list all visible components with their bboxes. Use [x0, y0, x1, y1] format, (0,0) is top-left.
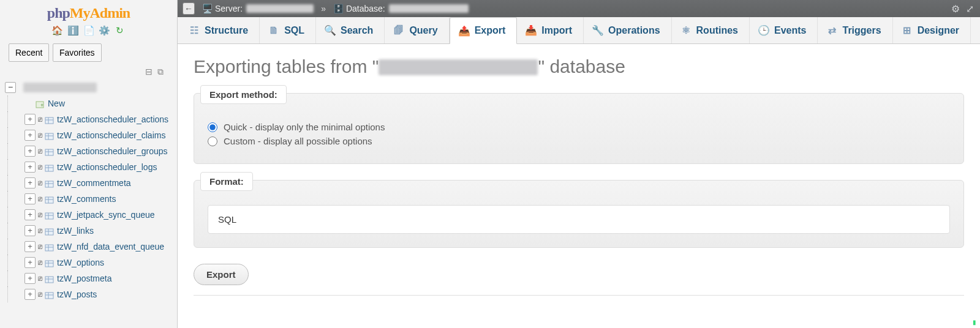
expand-icon[interactable]: + — [24, 241, 36, 252]
svg-text:+: + — [40, 102, 43, 108]
table-struct-icon[interactable]: ⎚ — [38, 111, 42, 127]
table-struct-icon[interactable]: ⎚ — [38, 239, 42, 255]
home-icon[interactable]: 🏠 — [51, 25, 62, 36]
export-method-quick-label[interactable]: Quick - display only the minimal options — [224, 122, 385, 132]
tree-table-row[interactable]: + ⎚ tzW_actionscheduler_actions — [18, 111, 177, 127]
tree-table-row[interactable]: + ⎚ tzW_links — [18, 223, 177, 239]
table-struct-icon[interactable]: ⎚ — [38, 127, 42, 143]
table-struct-icon[interactable]: ⎚ — [38, 286, 42, 302]
back-button[interactable]: ← — [183, 2, 195, 15]
tree-table-row[interactable]: + ⎚ tzW_options — [18, 255, 177, 270]
format-select[interactable]: SQL — [208, 205, 950, 234]
tree-table-row[interactable]: + ⎚ tzW_commentmeta — [18, 175, 177, 191]
recent-tab[interactable]: Recent — [9, 43, 49, 62]
phpmyadmin-logo[interactable]: phpMyAdmin — [0, 0, 177, 23]
tree-table-label: tzW_links — [57, 223, 94, 239]
gear-icon[interactable]: ⚙ — [951, 3, 960, 15]
svg-rect-30 — [45, 261, 53, 267]
tree-new[interactable]: + New — [18, 95, 177, 111]
expand-icon[interactable]: + — [24, 130, 36, 141]
svg-rect-18 — [45, 197, 53, 203]
table-struct-icon[interactable]: ⎚ — [38, 143, 42, 159]
table-struct-icon[interactable]: ⎚ — [38, 191, 42, 207]
expand-icon[interactable]: + — [24, 273, 36, 284]
divider — [194, 295, 964, 296]
tree-table-label: tzW_commentmeta — [57, 175, 131, 191]
tree-table-row[interactable]: + ⎚ tzW_postmeta — [18, 270, 177, 286]
link-icon[interactable]: ⧉ — [157, 67, 164, 76]
export-button[interactable]: Export — [194, 264, 249, 285]
tree-table-label: tzW_comments — [57, 191, 116, 207]
tab-routines-label: Routines — [696, 25, 738, 36]
tab-routines[interactable]: ⚛ Routines — [672, 17, 750, 43]
tree-table-row[interactable]: + ⎚ tzW_actionscheduler_logs — [18, 159, 177, 175]
expand-icon[interactable]: + — [24, 193, 36, 204]
tree-table-row[interactable]: + ⎚ tzW_jetpack_sync_queue — [18, 207, 177, 223]
tab-query[interactable]: 🗐 Query — [385, 17, 449, 43]
tab-designer[interactable]: ⊞ Designer — [893, 17, 971, 43]
sql-icon: 🗎 — [268, 25, 279, 36]
table-struct-icon[interactable]: ⎚ — [38, 175, 42, 191]
tree-db-root[interactable]: − — [0, 80, 177, 95]
tab-sql[interactable]: 🗎 SQL — [260, 17, 316, 43]
tab-events-label: Events — [774, 25, 806, 36]
tab-import[interactable]: 📥 Import — [517, 17, 584, 43]
tab-search-label: Search — [341, 25, 373, 36]
expand-icon[interactable]: + — [24, 289, 36, 300]
export-method-quick-radio[interactable] — [208, 122, 217, 132]
main: ← 🖥️ Server: » 🗄️ Database: ⚙ ⤢ ☷ Struct… — [178, 0, 980, 328]
sidebar-quick-icons: 🏠 ℹ️ 📄 ⚙️ ↻ — [0, 23, 177, 41]
export-method-fieldset: Export method: Quick - display only the … — [194, 93, 964, 164]
table-icon — [45, 178, 55, 188]
table-struct-icon[interactable]: ⎚ — [38, 270, 42, 286]
tree-table-row[interactable]: + ⎚ tzW_actionscheduler_groups — [18, 143, 177, 159]
export-method-custom-radio[interactable] — [208, 136, 217, 146]
expand-icon[interactable]: + — [24, 225, 36, 236]
tab-triggers[interactable]: ⇄ Triggers — [818, 17, 892, 43]
expand-icon[interactable]: + — [24, 257, 36, 268]
favorites-tab[interactable]: Favorites — [53, 43, 102, 62]
table-icon — [45, 146, 55, 156]
tree-table-row[interactable]: + ⎚ tzW_nfd_data_event_queue — [18, 239, 177, 255]
tab-structure[interactable]: ☷ Structure — [180, 17, 260, 43]
tree-table-label: tzW_actionscheduler_claims — [57, 127, 165, 143]
export-icon: 📤 — [459, 25, 470, 36]
tree-new-label: New — [48, 95, 65, 111]
settings-icon[interactable]: ⚙️ — [99, 25, 110, 36]
panel-toggle-icon[interactable]: ⤢ — [966, 3, 974, 15]
tree-table-label: tzW_actionscheduler_logs — [57, 159, 157, 175]
table-struct-icon[interactable]: ⎚ — [38, 255, 42, 270]
tab-operations[interactable]: 🔧 Operations — [584, 17, 671, 43]
tab-triggers-label: Triggers — [842, 25, 881, 36]
collapse-all-icon[interactable]: ⊟ — [145, 67, 153, 76]
expand-icon[interactable]: + — [24, 162, 36, 173]
table-icon — [45, 242, 55, 252]
tree-table-row[interactable]: + ⎚ tzW_actionscheduler_claims — [18, 127, 177, 143]
docs-icon[interactable]: 📄 — [83, 25, 94, 36]
tab-import-label: Import — [541, 25, 572, 36]
table-struct-icon[interactable]: ⎚ — [38, 223, 42, 239]
console-indicator-icon[interactable]: ▮ — [973, 319, 976, 326]
tree-table-row[interactable]: + ⎚ tzW_comments — [18, 191, 177, 207]
tree-table-row[interactable]: + ⎚ tzW_posts — [18, 286, 177, 302]
export-method-custom-label[interactable]: Custom - display all possible options — [224, 136, 372, 146]
table-struct-icon[interactable]: ⎚ — [38, 207, 42, 223]
table-struct-icon[interactable]: ⎚ — [38, 159, 42, 175]
expand-icon[interactable]: + — [24, 146, 36, 157]
expand-icon[interactable]: + — [24, 209, 36, 220]
collapse-icon[interactable]: − — [5, 82, 16, 93]
reload-icon[interactable]: ↻ — [115, 25, 126, 36]
tab-events[interactable]: 🕒 Events — [750, 17, 818, 43]
logout-icon[interactable]: ℹ️ — [67, 25, 78, 36]
expand-icon[interactable]: + — [24, 177, 36, 188]
sidebar: phpMyAdmin 🏠 ℹ️ 📄 ⚙️ ↻ Recent Favorites … — [0, 0, 178, 328]
sidebar-tabs: Recent Favorites — [0, 41, 177, 65]
title-before: Exporting tables from " — [194, 56, 379, 76]
tab-export[interactable]: 📤 Export — [450, 17, 518, 44]
title-db-redacted — [379, 59, 538, 75]
tab-designer-label: Designer — [918, 25, 959, 36]
expand-icon[interactable]: + — [24, 114, 36, 125]
tab-search[interactable]: 🔍 Search — [316, 17, 385, 43]
server-label: Server: — [215, 4, 243, 13]
designer-icon: ⊞ — [902, 25, 913, 36]
